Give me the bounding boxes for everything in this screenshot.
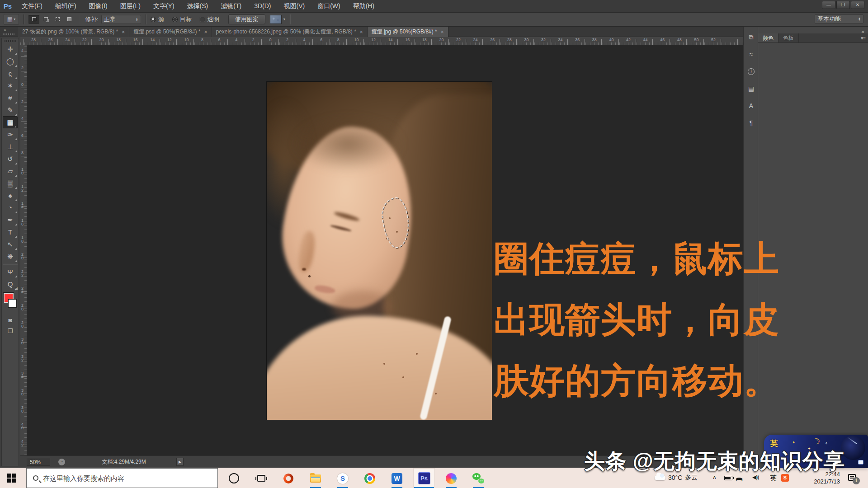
ruler-label: 32 bbox=[541, 38, 546, 42]
ruler-label: 46 bbox=[660, 38, 665, 42]
word-icon[interactable]: W bbox=[386, 468, 408, 488]
target-radio-label: 目标 bbox=[180, 15, 192, 23]
clone-stamp-tool[interactable]: ⊥ bbox=[3, 141, 18, 153]
ruler-label: 24 bbox=[65, 38, 70, 42]
history-brush-tool-icon: ↺ bbox=[7, 155, 13, 163]
document-tab[interactable]: pexels-photo-6568226.jpeg @ 50% (美化去痘痘, … bbox=[212, 27, 368, 37]
history-brush-tool[interactable]: ↺ bbox=[3, 153, 18, 165]
use-pattern-button[interactable]: 使用图案 bbox=[228, 14, 265, 24]
toolbox-grip[interactable] bbox=[5, 40, 16, 42]
menu-视图[interactable]: 视图(V) bbox=[277, 0, 311, 12]
close-icon[interactable]: × bbox=[204, 29, 208, 35]
properties-panel-icon[interactable]: ≈ bbox=[744, 47, 759, 61]
taskbar-search[interactable] bbox=[26, 468, 218, 488]
eraser-tool[interactable]: ▱ bbox=[3, 165, 18, 177]
source-radio-label: 源 bbox=[158, 15, 164, 23]
menu-选择[interactable]: 选择(S) bbox=[181, 0, 215, 12]
search-input[interactable] bbox=[43, 474, 217, 482]
wifi-icon[interactable]: ((( bbox=[736, 477, 744, 479]
menu-文字[interactable]: 文字(Y) bbox=[147, 0, 181, 12]
eyedropper-tool[interactable]: ✎ bbox=[3, 104, 18, 116]
ruler-label: 4 bbox=[303, 38, 306, 42]
menu-窗口[interactable]: 窗口(W) bbox=[311, 0, 347, 12]
restore-button[interactable]: ❐ bbox=[836, 1, 850, 9]
start-button[interactable] bbox=[7, 474, 16, 483]
menu-3D[interactable]: 3D(D) bbox=[248, 0, 277, 12]
shape-tool-icon: ❋ bbox=[7, 253, 13, 261]
tab-scroll-icon[interactable]: » bbox=[4, 28, 6, 33]
menu-图层[interactable]: 图层(L) bbox=[114, 0, 147, 12]
paragraph-panel-icon[interactable]: ¶ bbox=[744, 116, 759, 130]
blur-tool-icon: ♠ bbox=[9, 192, 12, 199]
vertical-ruler[interactable]: 42024681 01 21 41 61 82 02 22 42 62 83 0… bbox=[20, 45, 27, 468]
close-button[interactable]: ✕ bbox=[851, 1, 864, 9]
cortana-button[interactable] bbox=[229, 473, 239, 483]
ruler-label: 3 2 bbox=[21, 355, 24, 362]
close-icon[interactable]: × bbox=[441, 29, 444, 35]
crop-tool[interactable]: # bbox=[3, 92, 18, 104]
screen-mode-button[interactable]: ❐ bbox=[3, 325, 18, 336]
ruler-label: 44 bbox=[643, 38, 648, 42]
path-select-tool[interactable]: ↖ bbox=[3, 238, 18, 250]
patch-tool[interactable]: ▦ bbox=[3, 116, 18, 128]
dodge-tool[interactable]: ◔ bbox=[3, 202, 18, 214]
document-tab[interactable]: 27-恢复的.png @ 100% (背景, RGB/8) *× bbox=[18, 27, 129, 37]
workspace-switcher[interactable]: 基本功能 ▲▼ bbox=[815, 14, 863, 23]
magic-wand-tool[interactable]: ✶ bbox=[3, 80, 18, 92]
patch-mode-dropdown[interactable]: 正常 ▲▼ bbox=[101, 15, 141, 24]
shape-tool[interactable]: ❋ bbox=[3, 250, 18, 263]
type-tool[interactable]: T bbox=[3, 226, 18, 238]
subtract-selection-button[interactable] bbox=[52, 15, 63, 24]
tab-color[interactable]: 颜色 bbox=[758, 33, 778, 42]
wechat-icon[interactable] bbox=[467, 468, 489, 488]
move-tool[interactable]: ✛ bbox=[3, 43, 18, 55]
target-radio[interactable] bbox=[172, 17, 178, 22]
status-flyout-button[interactable]: ▶ bbox=[176, 458, 184, 466]
brush-tool[interactable]: ✑ bbox=[3, 128, 18, 141]
photo-document[interactable] bbox=[267, 82, 492, 420]
taskview-button[interactable] bbox=[250, 468, 272, 488]
history-panel-icon[interactable]: ⧉ bbox=[744, 30, 759, 44]
patch-tool-preset[interactable]: ▦ ▾ bbox=[4, 14, 19, 25]
intersect-selection-button[interactable] bbox=[64, 15, 75, 24]
blur-tool[interactable]: ♠ bbox=[3, 189, 18, 202]
tab-swatches[interactable]: 色板 bbox=[778, 33, 799, 42]
ruler-label: 14 bbox=[388, 38, 393, 42]
close-icon[interactable]: × bbox=[360, 29, 363, 35]
minimize-button[interactable]: — bbox=[822, 1, 835, 9]
menu-编辑[interactable]: 编辑(E) bbox=[49, 0, 83, 12]
zoom-level-field[interactable]: 50% bbox=[27, 458, 50, 466]
info-panel-icon[interactable]: i bbox=[744, 65, 759, 78]
marquee-tool[interactable]: ◯ bbox=[3, 55, 18, 67]
document-tab[interactable]: 痘痘.psd @ 50%(RGB/8#) *× bbox=[129, 27, 212, 37]
quick-mask-button[interactable]: ◙ bbox=[3, 314, 18, 325]
menu-文件[interactable]: 文件(F) bbox=[15, 0, 49, 12]
explorer-icon[interactable] bbox=[305, 468, 326, 488]
source-radio[interactable] bbox=[151, 17, 156, 22]
horizontal-ruler[interactable]: 2826242220181614121086420246810121416182… bbox=[20, 37, 743, 45]
character-panel-icon[interactable]: A bbox=[744, 99, 759, 113]
pattern-swatch[interactable] bbox=[270, 15, 282, 24]
swap-colors-icon[interactable]: ⇄ bbox=[14, 286, 18, 291]
menu-帮助[interactable]: 帮助(H) bbox=[347, 0, 381, 12]
lasso-tool[interactable]: ϛ bbox=[3, 67, 18, 80]
battery-icon[interactable] bbox=[724, 476, 732, 480]
close-icon[interactable]: × bbox=[122, 29, 125, 35]
menu-滤镜[interactable]: 滤镜(T) bbox=[214, 0, 248, 12]
panel-menu-icon[interactable]: ▾≡ bbox=[861, 35, 865, 41]
adjustments-panel-icon[interactable]: ▤ bbox=[744, 82, 759, 95]
sogou-browser-icon[interactable]: S bbox=[332, 468, 354, 488]
menu-图像[interactable]: 图像(I) bbox=[83, 0, 114, 12]
gradient-tool[interactable]: ▒ bbox=[3, 177, 18, 189]
transparent-checkbox[interactable] bbox=[200, 17, 205, 22]
add-selection-button[interactable] bbox=[40, 15, 51, 24]
photoshop-icon[interactable]: Ps bbox=[413, 468, 435, 488]
colorful-drop-icon[interactable] bbox=[440, 468, 462, 488]
pen-tool[interactable]: ✒ bbox=[3, 214, 18, 226]
chrome-icon[interactable] bbox=[359, 468, 381, 488]
office-icon[interactable] bbox=[278, 468, 299, 488]
new-selection-button[interactable] bbox=[28, 15, 39, 24]
document-tab[interactable]: 痘痘.jpg @ 50%(RGB/8#) *× bbox=[368, 27, 448, 37]
background-color-swatch[interactable] bbox=[8, 299, 17, 308]
hand-tool[interactable]: Ψ bbox=[3, 266, 18, 278]
